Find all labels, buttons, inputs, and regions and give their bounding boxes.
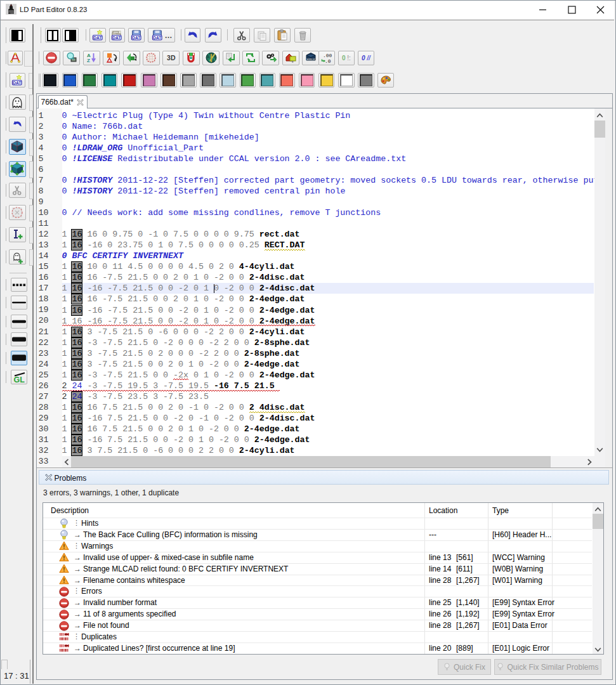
svg-text:DAT: DAT: [153, 36, 161, 40]
svg-text:Z: Z: [87, 58, 90, 63]
svg-text:ERROR: ERROR: [306, 58, 315, 61]
svg-text:.0: .0: [325, 58, 331, 64]
svg-text:DAT: DAT: [112, 36, 121, 40]
svg-text:DAT: DAT: [132, 36, 140, 40]
svg-text:.00: .00: [323, 53, 332, 58]
svg-text:DAT: DAT: [93, 36, 102, 40]
svg-text:GL: GL: [13, 375, 25, 384]
svg-text:DAT: DAT: [13, 80, 21, 84]
